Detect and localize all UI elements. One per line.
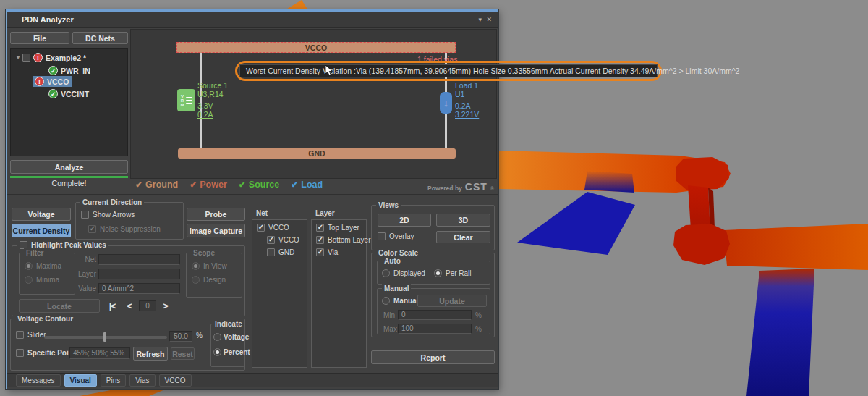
window-close-icon[interactable]: ✕ <box>486 16 492 23</box>
voltage-mode-button[interactable]: Voltage <box>12 208 71 221</box>
peak-net-field[interactable] <box>98 254 180 265</box>
specific-points-field[interactable]: 45%; 50%; 55% <box>69 347 130 359</box>
locate-button[interactable]: Locate <box>19 299 100 313</box>
load-voltage[interactable]: 3.221V <box>455 110 479 119</box>
indicate-voltage-radio[interactable] <box>213 333 221 341</box>
show-arrows-row[interactable]: Show Arrows <box>81 211 135 219</box>
slider-checkbox[interactable] <box>16 331 24 339</box>
nav-next-button[interactable]: > <box>159 299 172 313</box>
load-current[interactable]: 0.2A <box>455 101 479 110</box>
slider-row[interactable]: Slider <box>16 331 46 339</box>
net-item-vcco[interactable]: VCCO <box>257 224 289 232</box>
contour-slider[interactable] <box>44 336 167 339</box>
violation-value: Via (139.41857mm, 39.90645mm) Hole Size … <box>356 67 740 75</box>
source-voltage[interactable]: 3.3V <box>197 101 228 110</box>
clear-button[interactable]: Clear <box>436 231 490 243</box>
view-3d-button[interactable]: 3D <box>436 214 490 227</box>
net-item-gnd[interactable]: GND <box>267 248 294 256</box>
show-arrows-checkbox[interactable] <box>81 211 89 219</box>
max-field[interactable]: 100 <box>398 324 472 334</box>
violation-tooltip: Worst Current Density Violation : Via (1… <box>239 64 658 77</box>
gnd-rail[interactable]: GND <box>178 148 456 159</box>
analyze-progress-bar <box>10 176 128 178</box>
tree-row-root[interactable]: ▾ ! Example2 * <box>17 52 86 63</box>
net-item-label: VCCO <box>268 224 289 232</box>
update-button[interactable]: Update <box>417 295 487 307</box>
per-rail-radio[interactable] <box>434 269 442 277</box>
bottom-layer-checkbox[interactable] <box>316 236 324 244</box>
tree-expander-icon[interactable]: ▾ <box>17 54 20 61</box>
slider-value-field[interactable]: 50.0 <box>169 331 192 342</box>
manual-radio[interactable] <box>382 297 390 305</box>
tree-root-label[interactable]: Example2 * <box>46 54 86 62</box>
current-density-mode-button[interactable]: Current Density <box>12 224 71 237</box>
reset-button[interactable]: Reset <box>171 347 195 360</box>
net-vcco-child-checkbox[interactable] <box>267 236 275 244</box>
per-rail-row[interactable]: Per Rail <box>434 269 472 277</box>
peak-layer-field[interactable] <box>98 269 180 279</box>
layer-list-title: Layer <box>315 209 335 217</box>
analyze-button[interactable]: Analyze <box>10 160 128 174</box>
view-2d-button[interactable]: 2D <box>378 214 431 227</box>
probe-button[interactable]: Probe <box>187 208 245 221</box>
tree-row-vcco[interactable]: ! VCCO <box>33 76 72 87</box>
tab-vias[interactable]: Vias <box>129 374 155 387</box>
vrm-source-icon[interactable]: VRM <box>177 89 195 111</box>
load-annotation: Load 1 U1 0.2A 3.221V <box>455 81 479 119</box>
report-button[interactable]: Report <box>371 350 495 364</box>
displayed-radio[interactable] <box>382 269 390 277</box>
file-button[interactable]: File <box>10 32 69 44</box>
nav-prev-button[interactable]: < <box>123 299 136 313</box>
tab-visual[interactable]: Visual <box>64 374 97 387</box>
pdn-schematic: VCCO 1 failed vias VRM Source 1 U3,R14 3… <box>130 29 497 179</box>
load-icon[interactable]: ↓ <box>440 92 452 114</box>
source-current[interactable]: 0.2A <box>197 110 228 119</box>
top-layer-checkbox[interactable] <box>316 224 324 232</box>
layer-item-top[interactable]: Top Layer <box>316 224 359 232</box>
tab-messages[interactable]: Messages <box>16 374 61 387</box>
tree-item-label[interactable]: VCCINT <box>61 90 89 98</box>
via-checkbox[interactable] <box>316 248 324 256</box>
net-field-label: Net <box>66 256 96 264</box>
manual-row[interactable]: Manual <box>382 297 418 305</box>
net-vcco-checkbox[interactable] <box>257 224 265 232</box>
tab-pins[interactable]: Pins <box>101 374 126 387</box>
nav-index-field[interactable]: 0 <box>139 300 156 311</box>
nav-first-button[interactable]: |< <box>105 299 119 313</box>
window-shade-icon[interactable]: ▾ <box>478 16 482 23</box>
slider-thumb[interactable] <box>103 332 106 342</box>
title-bar[interactable]: PDN Analyzer ▾ ✕ <box>7 12 498 28</box>
specific-points-checkbox[interactable] <box>16 349 24 357</box>
refresh-button[interactable]: Refresh <box>133 347 168 361</box>
views-title: Views <box>376 201 401 210</box>
indicate-percent-row[interactable]: Percent <box>213 348 250 356</box>
indicate-voltage-row[interactable]: Voltage <box>213 333 249 341</box>
tree-item-label[interactable]: VCCO <box>47 77 69 86</box>
dc-nets-button[interactable]: DC Nets <box>72 32 128 44</box>
layer-item-via[interactable]: Via <box>316 248 338 256</box>
net-gnd-checkbox[interactable] <box>267 248 275 256</box>
legend-ground: Ground <box>145 180 178 190</box>
per-rail-label: Per Rail <box>446 269 472 277</box>
overlay-row[interactable]: Overlay <box>378 232 414 240</box>
image-capture-button[interactable]: Image Capture <box>187 224 245 237</box>
layer-item-bottom[interactable]: Bottom Layer <box>316 236 370 244</box>
trace-peek-bottom <box>80 389 165 396</box>
tree-row-vccint[interactable]: ✓ VCCINT <box>48 88 89 99</box>
root-checkbox[interactable] <box>22 54 30 62</box>
current-direction-group: Current Direction Show Arrows Noise Supp… <box>75 202 184 240</box>
mouse-cursor-icon <box>325 65 334 77</box>
tree-row-pwr-in[interactable]: ✓ PWR_IN <box>48 65 90 76</box>
in-view-radio <box>192 262 200 270</box>
indicate-percent-radio[interactable] <box>213 348 221 356</box>
net-item-vcco-child[interactable]: VCCO <box>267 236 299 244</box>
displayed-row[interactable]: Displayed <box>382 269 425 277</box>
violation-highlight-outline: Worst Current Density Violation : Via (1… <box>235 61 662 81</box>
peak-value-field[interactable]: 0 A/mm^2 <box>98 283 180 294</box>
tree-item-label[interactable]: PWR_IN <box>61 67 90 75</box>
overlay-checkbox[interactable] <box>378 232 386 240</box>
min-field[interactable]: 0 <box>398 310 472 320</box>
current-direction-title: Current Direction <box>80 198 144 207</box>
vcco-rail[interactable]: VCCO <box>176 42 456 53</box>
tab-vcco[interactable]: VCCO <box>159 374 192 387</box>
